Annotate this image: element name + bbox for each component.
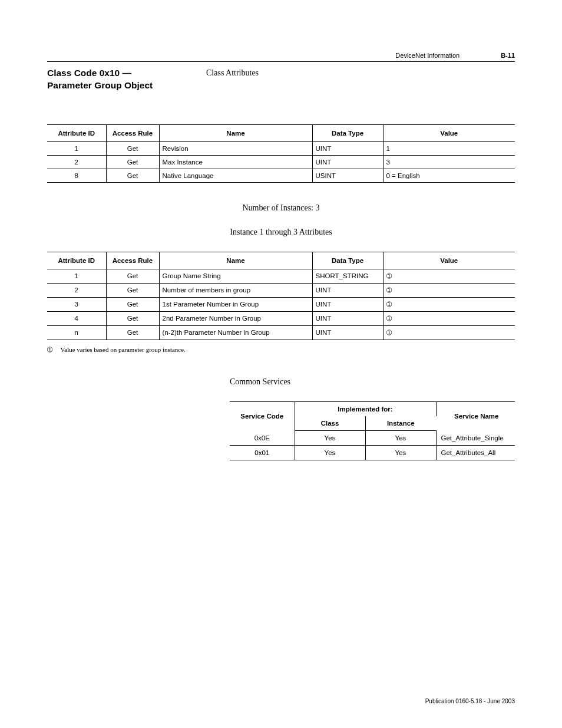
col-header-implemented-for: Implemented for: — [295, 401, 436, 416]
col-header-name: Name — [159, 252, 312, 269]
cell-attrid: n — [47, 325, 106, 340]
cell-datatype: UINT — [312, 283, 383, 297]
table-row: 0x01 Yes Yes Get_Attributes_All — [230, 445, 515, 460]
footnote-text: Value varies based on parameter group in… — [61, 346, 186, 353]
cell-instance: Yes — [365, 430, 436, 445]
cell-value: ➀ — [383, 325, 515, 340]
cell-value: 0 = English — [383, 169, 515, 182]
cell-instance: Yes — [365, 445, 436, 460]
page-header: DeviceNet Information B-11 — [395, 52, 515, 59]
cell-name: Number of members in group — [159, 283, 312, 297]
cell-datatype: UINT — [312, 297, 383, 311]
cell-datatype: UINT — [312, 325, 383, 340]
table-row: 1 Get Revision UINT 1 — [47, 141, 515, 155]
col-header-value: Value — [383, 252, 515, 269]
common-services-label: Common Services — [230, 377, 515, 387]
cell-datatype: UINT — [312, 155, 383, 169]
cell-attrid: 1 — [47, 269, 106, 283]
class-attributes-table: Attribute ID Access Rule Name Data Type … — [47, 124, 515, 183]
cell-access: Get — [106, 283, 159, 297]
instances-count-label: Number of Instances: 3 — [47, 203, 515, 213]
instance-attrs-label: Instance 1 through 3 Attributes — [47, 228, 515, 237]
col-header-instance: Instance — [365, 416, 436, 431]
cell-value: ➀ — [383, 297, 515, 311]
cell-datatype: USINT — [312, 169, 383, 182]
table-row: 3 Get 1st Parameter Number in Group UINT… — [47, 297, 515, 311]
cell-datatype: UINT — [312, 141, 383, 155]
title-row: Class Code 0x10 — Parameter Group Object… — [47, 67, 515, 92]
publication-footer: Publication 0160-5.18 - June 2003 — [425, 698, 515, 704]
cell-class: Yes — [295, 430, 365, 445]
col-header-datatype: Data Type — [312, 252, 383, 269]
table-row: 2 Get Number of members in group UINT ➀ — [47, 283, 515, 297]
cell-value: 3 — [383, 155, 515, 169]
doc-title: DeviceNet Information — [395, 52, 459, 59]
col-header-access: Access Rule — [106, 124, 159, 141]
cell-attrid: 2 — [47, 155, 106, 169]
cell-service-name: Get_Attributes_All — [436, 445, 515, 460]
cell-class: Yes — [295, 445, 365, 460]
cell-name: Native Language — [159, 169, 312, 182]
header-rule — [47, 61, 515, 62]
col-header-datatype: Data Type — [312, 124, 383, 141]
cell-datatype: SHORT_STRING — [312, 269, 383, 283]
cell-access: Get — [106, 169, 159, 182]
col-header-service-code: Service Code — [230, 401, 295, 430]
col-header-attrid: Attribute ID — [47, 124, 106, 141]
common-services-table: Service Code Implemented for: Service Na… — [230, 401, 515, 460]
cell-attrid: 2 — [47, 283, 106, 297]
section-title-line1: Class Code 0x10 — — [47, 67, 206, 80]
col-header-attrid: Attribute ID — [47, 252, 106, 269]
cell-name: Max Instance — [159, 155, 312, 169]
cell-name: (n-2)th Parameter Number in Group — [159, 325, 312, 340]
cell-name: 1st Parameter Number in Group — [159, 297, 312, 311]
col-header-class: Class — [295, 416, 365, 431]
footnote: ➀ Value varies based on parameter group … — [47, 346, 515, 354]
cell-attrid: 4 — [47, 311, 106, 325]
section-subtitle: Class Attributes — [206, 67, 515, 92]
cell-access: Get — [106, 311, 159, 325]
instance-attributes-table: Attribute ID Access Rule Name Data Type … — [47, 252, 515, 340]
section-title: Class Code 0x10 — Parameter Group Object — [47, 67, 206, 92]
table-row: 0x0E Yes Yes Get_Attribute_Single — [230, 430, 515, 445]
cell-value: ➀ — [383, 269, 515, 283]
col-header-access: Access Rule — [106, 252, 159, 269]
cell-service-name: Get_Attribute_Single — [436, 430, 515, 445]
col-header-service-name: Service Name — [436, 401, 515, 430]
table-row: 8 Get Native Language USINT 0 = English — [47, 169, 515, 182]
cell-access: Get — [106, 325, 159, 340]
cell-access: Get — [106, 155, 159, 169]
cell-value: 1 — [383, 141, 515, 155]
col-header-name: Name — [159, 124, 312, 141]
cell-name: Group Name String — [159, 269, 312, 283]
cell-value: ➀ — [383, 283, 515, 297]
cell-service-code: 0x01 — [230, 445, 295, 460]
col-header-value: Value — [383, 124, 515, 141]
footnote-symbol: ➀ — [47, 346, 59, 354]
cell-datatype: UINT — [312, 311, 383, 325]
cell-access: Get — [106, 141, 159, 155]
cell-service-code: 0x0E — [230, 430, 295, 445]
cell-value: ➀ — [383, 311, 515, 325]
section-title-line2: Parameter Group Object — [47, 80, 206, 92]
cell-name: Revision — [159, 141, 312, 155]
cell-attrid: 8 — [47, 169, 106, 182]
cell-name: 2nd Parameter Number in Group — [159, 311, 312, 325]
table-row: 1 Get Group Name String SHORT_STRING ➀ — [47, 269, 515, 283]
table-row: 2 Get Max Instance UINT 3 — [47, 155, 515, 169]
table-row: n Get (n-2)th Parameter Number in Group … — [47, 325, 515, 340]
page-number: B-11 — [501, 52, 515, 59]
cell-access: Get — [106, 269, 159, 283]
cell-attrid: 1 — [47, 141, 106, 155]
cell-attrid: 3 — [47, 297, 106, 311]
cell-access: Get — [106, 297, 159, 311]
table-row: 4 Get 2nd Parameter Number in Group UINT… — [47, 311, 515, 325]
